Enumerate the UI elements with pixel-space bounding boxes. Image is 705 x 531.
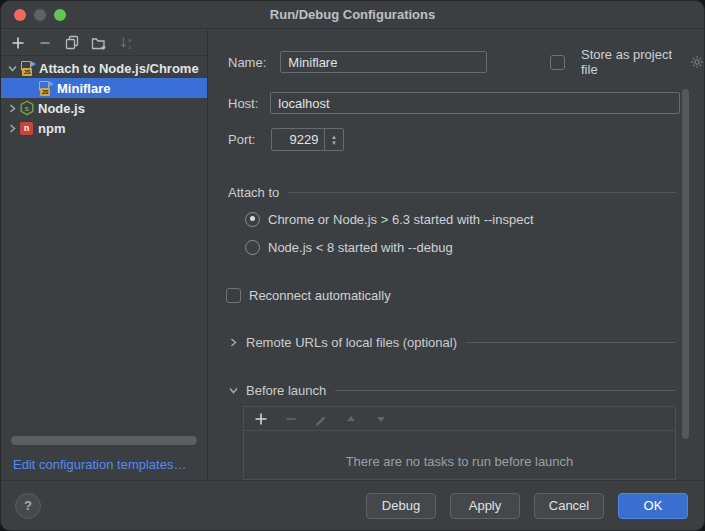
radio-option-inspect[interactable]: Chrome or Node.js > 6.3 started with --i… — [245, 211, 534, 227]
tree-item-npm[interactable]: n npm — [1, 118, 207, 138]
section-divider — [288, 192, 676, 193]
radio-button-checked[interactable] — [245, 212, 260, 227]
store-settings-gear-icon[interactable] — [690, 55, 704, 69]
radio-label: Chrome or Node.js > 6.3 started with --i… — [268, 212, 534, 227]
add-configuration-icon[interactable] — [9, 34, 27, 52]
edit-task-icon[interactable] — [312, 410, 330, 428]
horizontal-scrollbar-thumb[interactable] — [11, 436, 197, 445]
radio-label: Node.js < 8 started with --debug — [268, 240, 453, 255]
reconnect-automatically-group[interactable]: Reconnect automatically — [226, 287, 391, 303]
svg-text:a: a — [128, 37, 132, 43]
chevron-right-icon[interactable] — [7, 123, 19, 134]
remove-configuration-icon[interactable] — [36, 34, 54, 52]
run-debug-configurations-dialog: Run/Debug Configurations — [0, 0, 705, 531]
attach-to-section-title: Attach to — [228, 185, 279, 200]
configurations-tree: JS Attach to Node.js/Chrome JS Miniflare — [1, 56, 207, 138]
chevron-right-icon[interactable] — [228, 337, 240, 348]
titlebar: Run/Debug Configurations — [1, 1, 704, 29]
help-button[interactable]: ? — [15, 493, 41, 519]
tree-item-miniflare[interactable]: JS Miniflare — [1, 78, 207, 98]
close-window-button[interactable] — [14, 9, 26, 21]
configurations-sidebar: a z JS Attach to Node.js/Chrome — [1, 30, 208, 480]
tree-item-label: npm — [38, 121, 65, 136]
section-divider — [466, 342, 676, 343]
store-as-project-file-group: Store as project file — [550, 47, 704, 77]
add-task-icon[interactable] — [252, 410, 270, 428]
dialog-footer: ? Debug Apply Cancel OK — [1, 480, 704, 530]
before-launch-toolbar — [244, 407, 675, 431]
before-launch-section-title: Before launch — [246, 383, 326, 398]
window-controls — [1, 9, 66, 21]
move-task-up-icon[interactable] — [342, 410, 360, 428]
host-input[interactable] — [270, 92, 680, 114]
chevron-down-icon[interactable] — [228, 385, 240, 396]
stepper-down-icon[interactable]: ▼ — [331, 140, 337, 146]
reconnect-automatically-checkbox[interactable] — [226, 288, 241, 303]
vertical-scrollbar-thumb[interactable] — [682, 89, 689, 439]
remote-urls-section-title: Remote URLs of local files (optional) — [246, 335, 457, 350]
dialog-body: a z JS Attach to Node.js/Chrome — [1, 30, 704, 480]
before-launch-task-list: There are no tasks to run before launch — [243, 406, 676, 480]
svg-text:z: z — [128, 44, 131, 50]
edit-configuration-templates-link[interactable]: Edit configuration templates… — [13, 457, 186, 472]
tree-item-attach-node-chrome[interactable]: JS Attach to Node.js/Chrome — [1, 58, 207, 78]
copy-configuration-icon[interactable] — [63, 34, 81, 52]
new-folder-icon[interactable] — [90, 34, 108, 52]
host-label: Host: — [228, 96, 258, 111]
move-task-down-icon[interactable] — [372, 410, 390, 428]
port-label: Port: — [228, 132, 255, 147]
npm-icon: n — [20, 122, 33, 135]
port-input[interactable] — [272, 129, 324, 150]
tree-item-label: Attach to Node.js/Chrome — [39, 61, 199, 76]
port-stepper[interactable]: ▲ ▼ — [324, 129, 342, 150]
sidebar-toolbar: a z — [1, 30, 207, 56]
tree-item-nodejs[interactable]: s Node.js — [1, 98, 207, 118]
name-label: Name: — [228, 55, 266, 70]
port-spinner-field: ▲ ▼ — [271, 128, 344, 151]
nodejs-icon: s — [19, 100, 35, 116]
tree-item-label: Node.js — [38, 101, 85, 116]
window-title: Run/Debug Configurations — [1, 7, 704, 22]
name-input[interactable] — [280, 51, 487, 73]
sort-alphabetically-icon[interactable]: a z — [117, 34, 135, 52]
reconnect-automatically-label: Reconnect automatically — [249, 288, 391, 303]
debug-button[interactable]: Debug — [366, 493, 436, 519]
section-divider — [335, 390, 676, 391]
svg-text:s: s — [24, 104, 29, 113]
cancel-button[interactable]: Cancel — [534, 493, 604, 519]
minimize-window-button[interactable] — [34, 9, 46, 21]
radio-option-debug[interactable]: Node.js < 8 started with --debug — [245, 239, 453, 255]
zoom-window-button[interactable] — [54, 9, 66, 21]
attach-config-icon: JS — [37, 80, 54, 96]
before-launch-section-header[interactable]: Before launch — [228, 382, 676, 398]
chevron-right-icon[interactable] — [7, 103, 19, 114]
radio-button-unchecked[interactable] — [245, 240, 260, 255]
remove-task-icon[interactable] — [282, 410, 300, 428]
store-as-project-file-checkbox[interactable] — [550, 55, 565, 70]
store-as-project-file-label: Store as project file — [581, 47, 682, 77]
before-launch-empty-state: There are no tasks to run before launch — [244, 431, 675, 478]
chevron-down-icon[interactable] — [7, 63, 19, 74]
ok-button[interactable]: OK — [618, 493, 688, 519]
configuration-form: Name: Store as project file Host: — [208, 30, 704, 480]
attach-config-icon: JS — [19, 60, 36, 76]
apply-button[interactable]: Apply — [450, 493, 520, 519]
remote-urls-section-header[interactable]: Remote URLs of local files (optional) — [228, 334, 676, 350]
tree-item-label: Miniflare — [57, 81, 110, 96]
